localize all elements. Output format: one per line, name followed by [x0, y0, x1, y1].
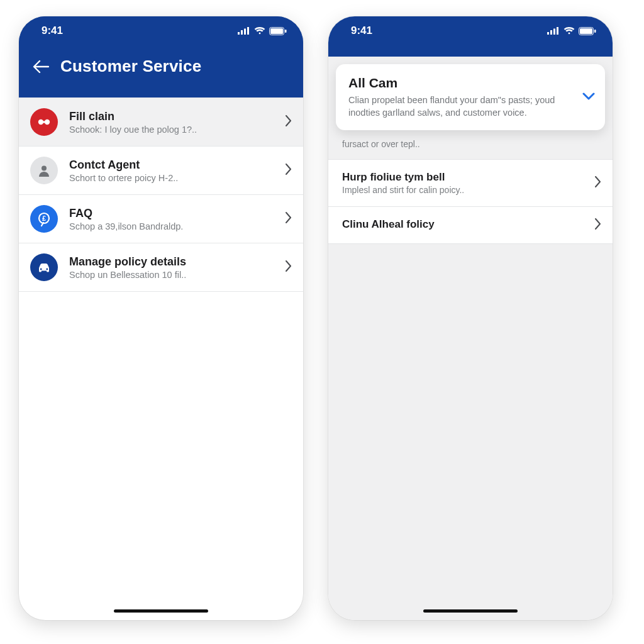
svg-rect-2 [244, 29, 246, 35]
menu-item-text: FAQ Schop a 39,ilson Bandraldp. [69, 207, 274, 231]
menu-item-text: Manage policy details Schop un Bellessat… [69, 255, 274, 280]
body: All Cam Clian propelat been flandut your… [328, 57, 613, 620]
svg-rect-15 [547, 32, 549, 35]
svg-point-13 [40, 269, 42, 270]
card-description: Clian propelat been flandut your dam"s p… [348, 94, 574, 119]
menu-item-subtitle: Schook: I loy oue the polog 1?.. [69, 125, 274, 135]
header-row: Customer Service [19, 45, 303, 97]
faq-icon: £ [30, 205, 58, 233]
menu-item-manage-policy[interactable]: Manage policy details Schop un Bellessat… [19, 243, 303, 292]
car-icon [30, 253, 58, 281]
list-item[interactable]: Hurp fioliue tym bell Implesl and stirt … [328, 160, 613, 207]
svg-rect-9 [42, 121, 46, 123]
svg-rect-6 [285, 30, 287, 33]
menu-item-contact-agent[interactable]: Contct Agent Schort to ortere poicy H-2.… [19, 147, 303, 195]
expand-card[interactable]: All Cam Clian propelat been flandut your… [336, 64, 605, 130]
chevron-right-icon [286, 164, 292, 177]
menu-item-text: Contct Agent Schort to ortere poicy H-2.… [69, 158, 274, 183]
svg-point-14 [46, 269, 48, 270]
svg-rect-18 [557, 27, 558, 35]
battery-icon [579, 27, 596, 35]
svg-rect-21 [594, 30, 596, 33]
status-icons [238, 27, 287, 35]
battery-icon [269, 27, 287, 35]
phone-left: 9:41 Customer Service Fill clain Schook:… [19, 16, 303, 620]
card-title: All Cam [348, 75, 574, 91]
menu-item-title: FAQ [69, 207, 274, 220]
svg-rect-0 [238, 32, 240, 35]
svg-rect-3 [247, 27, 249, 35]
list-item-text: Clinu Alheal folicy [342, 218, 586, 232]
header: 9:41 Customer Service [19, 16, 303, 97]
list-item-title: Hurp fioliue tym bell [342, 171, 586, 184]
svg-rect-17 [553, 29, 555, 35]
list-item-text: Hurp fioliue tym bell Implesl and stirt … [342, 171, 586, 195]
status-time: 9:41 [42, 25, 63, 37]
menu-item-faq[interactable]: £ FAQ Schop a 39,ilson Bandraldp. [19, 195, 303, 243]
svg-rect-16 [550, 30, 552, 35]
status-time: 9:41 [351, 25, 372, 37]
agent-icon [30, 157, 58, 184]
page-title: Customer Service [60, 57, 201, 76]
back-arrow-icon [33, 60, 49, 74]
wifi-icon [564, 27, 575, 35]
overflow-text: fursact or over tepl.. [328, 130, 613, 160]
svg-text:£: £ [42, 214, 46, 222]
menu-item-subtitle: Schop un Bellessation 10 fil.. [69, 270, 274, 280]
menu-item-title: Manage policy details [69, 255, 274, 269]
list-item-title: Clinu Alheal folicy [342, 218, 586, 231]
chevron-right-icon [286, 212, 292, 226]
menu-item-text: Fill clain Schook: I loy oue the polog 1… [69, 110, 274, 135]
status-icons [547, 27, 596, 35]
header: 9:41 [328, 16, 613, 57]
chevron-right-icon [286, 260, 292, 274]
cellular-icon [547, 27, 560, 35]
back-button[interactable] [33, 60, 49, 74]
svg-point-10 [42, 166, 47, 171]
menu-list: Fill clain Schook: I loy oue the polog 1… [19, 97, 303, 292]
status-bar: 9:41 [19, 16, 303, 45]
list-item-subtitle: Implesl and stirt for calin poicy.. [342, 185, 586, 195]
home-indicator[interactable] [114, 609, 208, 613]
fill-claim-icon [30, 108, 58, 136]
home-indicator[interactable] [423, 609, 518, 613]
menu-item-title: Fill clain [69, 110, 274, 123]
svg-rect-5 [270, 28, 283, 34]
chevron-down-icon [582, 92, 595, 103]
chevron-right-icon [595, 218, 601, 232]
cellular-icon [238, 27, 250, 35]
list-item[interactable]: Clinu Alheal folicy [328, 207, 613, 244]
status-bar: 9:41 [328, 16, 613, 45]
wifi-icon [254, 27, 265, 35]
phone-right: 9:41 All Cam Clian propelat been flandut… [328, 16, 613, 620]
menu-item-title: Contct Agent [69, 158, 274, 172]
menu-item-subtitle: Schort to ortere poicy H-2.. [69, 173, 274, 183]
chevron-right-icon [286, 115, 292, 129]
svg-rect-20 [580, 28, 592, 34]
menu-item-subtitle: Schop a 39,ilson Bandraldp. [69, 221, 274, 231]
menu-item-fill-claim[interactable]: Fill clain Schook: I loy oue the polog 1… [19, 97, 303, 147]
chevron-right-icon [595, 176, 601, 190]
svg-rect-1 [241, 30, 243, 35]
